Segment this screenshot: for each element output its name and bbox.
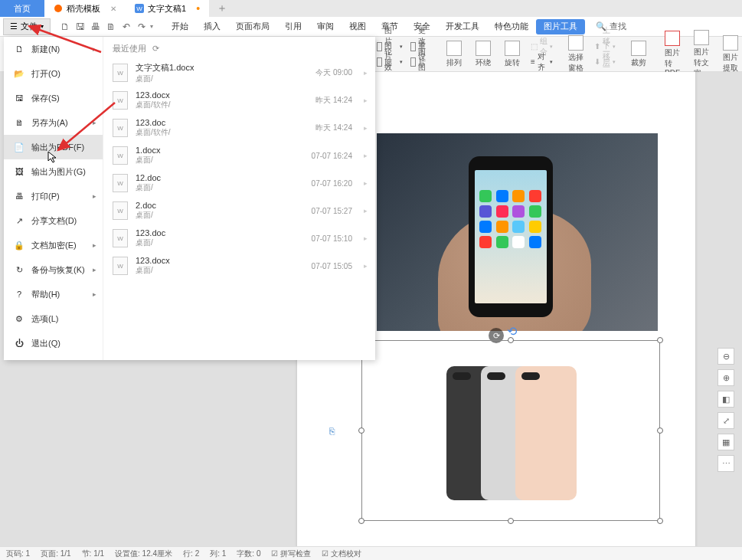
btn-reset-pic[interactable]: 重设图片 (409, 55, 433, 69)
float-more[interactable]: ⋯ (717, 455, 734, 472)
menu-encrypt[interactable]: 🔒文档加密(E)▸ (4, 233, 103, 257)
image-selection-frame[interactable]: ⟲ (361, 340, 660, 521)
ribbon-tabs: 开始 插入 页面布局 引用 审阅 视图 章节 安全 开发工具 特色功能 图片工具 (164, 17, 585, 37)
status-section[interactable]: 节: 1/1 (82, 549, 104, 559)
qat-new-icon[interactable]: 🗋 (58, 20, 72, 34)
extract-icon (723, 35, 738, 51)
help-icon: ? (13, 289, 25, 300)
tab-document[interactable]: W 文字文稿1 • (126, 0, 209, 17)
resize-handle[interactable] (508, 337, 514, 343)
recent-file-time: 07-07 15:05 (312, 262, 352, 270)
resize-handle[interactable] (508, 518, 514, 524)
menu-save[interactable]: 🖫保存(S) (4, 86, 103, 110)
status-page-no[interactable]: 页码: 1 (6, 549, 30, 559)
menu-export-pdf[interactable]: 📄输出为PDF(F) (4, 135, 103, 159)
qat-dropdown-icon[interactable]: ▾ (150, 23, 153, 30)
document-tab-bar: 首页 稻壳模板 ✕ W 文字文稿1 • ＋ (0, 0, 742, 17)
float-zoom-out[interactable]: ⊖ (717, 348, 734, 365)
tab-template-label: 稻壳模板 (67, 3, 100, 15)
status-bar: 页码: 1 页面: 1/1 节: 1/1 设置值: 12.4厘米 行: 2 列:… (0, 546, 742, 560)
btn-align[interactable]: ≡对齐▾ (529, 55, 554, 69)
menu-exit[interactable]: ⏻退出(Q) (4, 331, 103, 355)
close-icon[interactable]: ✕ (110, 5, 116, 13)
svg-point-0 (54, 5, 62, 12)
recent-file-time: 07-07 15:27 (312, 207, 352, 215)
float-crop[interactable]: ◧ (717, 391, 734, 408)
menu-new[interactable]: 🗋新建(N)▸ (4, 37, 103, 61)
float-settings[interactable]: ▦ (717, 434, 734, 450)
ribbon-tab-features[interactable]: 特色功能 (487, 17, 536, 37)
recent-file-item[interactable]: W 123.doc 桌面/ 07-07 15:10 ▸ (103, 224, 375, 252)
recent-file-item[interactable]: W 123.doc 桌面/软件/ 昨天 14:24 ▸ (103, 114, 375, 142)
status-row[interactable]: 行: 2 (183, 549, 199, 559)
status-col[interactable]: 列: 1 (210, 549, 226, 559)
recent-file-item[interactable]: W 1.docx 桌面/ 07-07 16:24 ▸ (103, 142, 375, 169)
btn-crop[interactable]: 裁剪 (626, 39, 651, 70)
qat-redo-icon[interactable]: ↷ (135, 20, 149, 34)
ribbon-tab-page-layout[interactable]: 页面布局 (228, 17, 277, 37)
btn-pic-extract[interactable]: 图片提取 (718, 34, 742, 75)
chevron-right-icon: ▸ (93, 266, 96, 273)
menu-open[interactable]: 📂打开(O) (4, 61, 103, 86)
status-page[interactable]: 页面: 1/1 (41, 549, 70, 559)
doc-icon: W (113, 64, 128, 82)
file-menu-dropdown: 🗋新建(N)▸ 📂打开(O) 🖫保存(S) 🗎另存为(A)▸ 📄输出为PDF(F… (4, 37, 375, 360)
tab-home[interactable]: 首页 (0, 0, 44, 17)
btn-arrange[interactable]: 排列 (442, 39, 466, 70)
ribbon-tab-view[interactable]: 视图 (342, 17, 374, 37)
status-setval[interactable]: 设置值: 12.4厘米 (115, 549, 172, 559)
qat-preview-icon[interactable]: 🗎 (104, 20, 118, 34)
status-spell[interactable]: ☑拼写检查 (271, 549, 311, 559)
recent-file-item[interactable]: W 123.docx 桌面/软件/ 昨天 14:24 ▸ (103, 87, 375, 114)
btn-pic-effect[interactable]: 图片效果▾ (375, 55, 404, 69)
print-icon: 🖶 (13, 191, 25, 201)
chevron-right-icon: ▸ (364, 207, 368, 215)
hamburger-icon: ☰ (10, 21, 18, 31)
resize-handle[interactable] (358, 427, 364, 434)
tab-template[interactable]: 稻壳模板 ✕ (44, 0, 126, 17)
menu-export-image[interactable]: 🖼输出为图片(G) (4, 159, 103, 184)
image-iphone-hand[interactable] (377, 133, 658, 331)
ribbon-tab-reference[interactable]: 引用 (277, 17, 309, 37)
chevron-right-icon: ▸ (364, 234, 368, 242)
ribbon-tab-insert[interactable]: 插入 (196, 17, 228, 37)
float-zoom-in[interactable]: ⊕ (717, 369, 734, 386)
ribbon-tab-dev-tools[interactable]: 开发工具 (438, 17, 487, 37)
status-proof[interactable]: ☑文档校对 (322, 549, 361, 559)
menu-help[interactable]: ?帮助(H)▸ (4, 282, 103, 306)
qat-save-icon[interactable]: 🖫 (74, 20, 87, 34)
refresh-icon[interactable]: ⟳ (152, 44, 159, 54)
search-area[interactable]: 🔍 查找 (596, 21, 626, 32)
menu-print[interactable]: 🖶打印(P)▸ (4, 184, 103, 208)
btn-sel-pane[interactable]: 选择窗格 (564, 34, 588, 75)
ribbon-tab-picture-tools[interactable]: 图片工具 (536, 19, 585, 34)
qat-print-icon[interactable]: 🖶 (89, 20, 103, 34)
menu-save-as[interactable]: 🗎另存为(A)▸ (4, 110, 103, 135)
menu-share[interactable]: ↗分享文档(D) (4, 208, 103, 233)
recent-file-item[interactable]: W 123.docx 桌面/ 07-07 15:05 ▸ (103, 252, 375, 280)
recent-file-item[interactable]: W 2.doc 桌面/ 07-07 15:27 ▸ (103, 197, 375, 224)
resize-handle[interactable] (358, 518, 364, 524)
add-tab-button[interactable]: ＋ (209, 0, 235, 17)
rotate-handle-icon[interactable]: ⟲ (507, 324, 515, 332)
gear-icon: ⚙ (13, 313, 25, 324)
quick-access-toolbar: 🗋 🖫 🖶 🗎 ↶ ↷ ▾ (54, 20, 158, 34)
file-menu-button[interactable]: ☰ 文件 ▾ (3, 18, 51, 35)
status-words[interactable]: 字数: 0 (237, 549, 260, 559)
float-fit[interactable]: ⤢ (717, 412, 734, 429)
btn-rotate[interactable]: 旋转 (500, 39, 525, 70)
resize-handle[interactable] (657, 337, 663, 343)
menu-options[interactable]: ⚙选项(L) (4, 306, 103, 331)
chevron-right-icon: ▸ (364, 152, 368, 159)
menu-backup[interactable]: ↻备份与恢复(K)▸ (4, 257, 103, 282)
svg-text:W: W (136, 5, 142, 12)
ribbon-tab-start[interactable]: 开始 (164, 17, 196, 37)
recent-file-item[interactable]: W 文字文稿1.docx 桌面/ 今天 09:00 ▸ (103, 59, 375, 87)
image-iphones-back (446, 355, 584, 512)
ribbon-tab-review[interactable]: 审阅 (309, 17, 342, 37)
qat-undo-icon[interactable]: ↶ (119, 20, 133, 34)
recent-file-item[interactable]: W 12.doc 桌面/ 07-07 16:20 ▸ (103, 169, 375, 197)
resize-handle[interactable] (657, 518, 663, 524)
btn-wrap[interactable]: 环绕 (471, 39, 495, 70)
resize-handle[interactable] (657, 427, 663, 434)
